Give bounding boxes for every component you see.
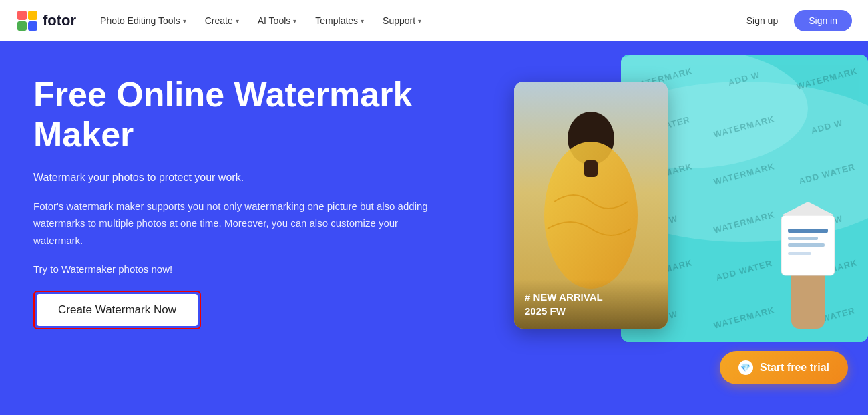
hand-carton-illustration xyxy=(754,188,861,335)
signup-button[interactable]: Sign up xyxy=(738,11,786,30)
nav-items: Photo Editing Tools ▾ Create ▾ AI Tools … xyxy=(92,11,733,30)
hero-title: Free Online Watermark Maker xyxy=(33,75,447,155)
diamond-icon: 💎 xyxy=(738,360,753,375)
svg-rect-11 xyxy=(788,229,828,233)
chevron-down-icon: ▾ xyxy=(418,17,421,25)
chevron-down-icon: ▾ xyxy=(361,17,364,25)
svg-rect-14 xyxy=(788,252,811,255)
svg-marker-10 xyxy=(781,202,835,215)
portrait-caption: # NEW ARRIVAL2025 FW xyxy=(514,279,668,329)
fotor-logo-icon xyxy=(16,9,39,32)
logo-text: fotor xyxy=(43,12,76,29)
svg-rect-2 xyxy=(28,11,37,20)
chevron-down-icon: ▾ xyxy=(293,17,296,25)
chevron-down-icon: ▾ xyxy=(183,17,186,25)
portrait-card: # NEW ARRIVAL2025 FW xyxy=(514,82,668,329)
svg-rect-8 xyxy=(791,269,825,329)
svg-rect-1 xyxy=(17,11,27,20)
chevron-down-icon: ▾ xyxy=(236,17,239,25)
nav-auth: Sign up Sign in xyxy=(738,10,852,31)
hero-text-block: Free Online Watermark Maker Watermark yo… xyxy=(33,75,447,329)
nav-support[interactable]: Support ▾ xyxy=(375,11,429,30)
nav-photo-editing[interactable]: Photo Editing Tools ▾ xyxy=(92,11,194,30)
signin-button[interactable]: Sign in xyxy=(794,10,852,31)
logo[interactable]: fotor xyxy=(16,9,76,32)
svg-rect-12 xyxy=(788,237,818,240)
svg-rect-3 xyxy=(17,21,27,31)
hero-cta-text: Try to Watermaker photos now! xyxy=(33,263,447,275)
create-watermark-button[interactable]: Create Watermark Now xyxy=(37,294,198,326)
hero-images: WATERMARK ADD W WATERMARK ADD WATER WATE… xyxy=(494,41,868,415)
nav-create[interactable]: Create ▾ xyxy=(197,11,247,30)
svg-rect-4 xyxy=(28,21,37,31)
navbar: fotor Photo Editing Tools ▾ Create ▾ AI … xyxy=(0,0,868,41)
hero-body: Fotor's watermark maker supports you not… xyxy=(33,198,447,249)
create-btn-wrapper: Create Watermark Now xyxy=(33,291,201,329)
svg-rect-13 xyxy=(788,243,825,247)
start-free-trial-button[interactable]: 💎 Start free trial xyxy=(720,351,848,384)
hero-section: Free Online Watermark Maker Watermark yo… xyxy=(0,41,868,415)
hero-subtitle: Watermark your photos to protect your wo… xyxy=(33,170,447,186)
nav-templates[interactable]: Templates ▾ xyxy=(307,11,372,30)
nav-ai-tools[interactable]: AI Tools ▾ xyxy=(250,11,305,30)
svg-rect-18 xyxy=(584,160,598,177)
